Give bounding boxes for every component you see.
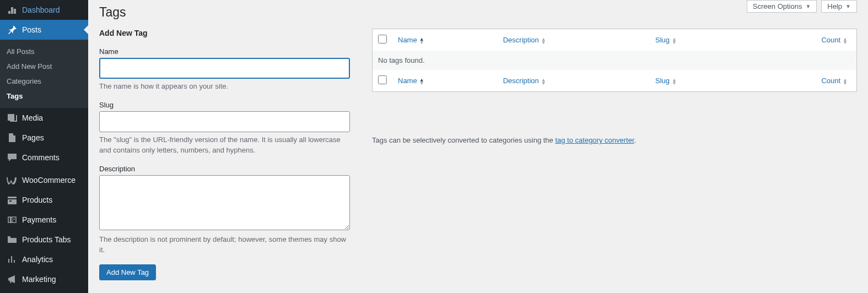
comments-icon [7,152,18,163]
submenu-all-posts[interactable]: All Posts [0,44,88,59]
sidebar-label-woocommerce: WooCommerce [22,176,76,185]
tags-list: Name▲▼ Description▲▼ Slug▲▼ Count▲▼ No t… [372,29,857,280]
col-slug-footer[interactable]: Slug▲▼ [655,77,677,85]
sidebar-item-media[interactable]: Media [0,108,88,128]
col-description-footer[interactable]: Description▲▼ [503,77,546,85]
sidebar-label-products: Products [22,196,52,204]
sidebar-label-marketing: Marketing [22,275,56,284]
table-empty-row: No tags found. [373,51,857,70]
slug-help: The "slug" is the URL-friendly version o… [99,134,350,156]
sidebar-label-products-tabs: Products Tabs [22,235,71,244]
sidebar-label-comments: Comments [22,153,60,162]
chevron-down-icon: ▼ [845,3,851,9]
sidebar-label-pages: Pages [22,133,44,142]
sort-icon: ▲▼ [419,78,424,85]
col-name-header[interactable]: Name▲▼ [398,36,424,44]
sidebar-item-products[interactable]: Products [0,190,88,210]
submenu-add-new-post[interactable]: Add New Post [0,59,88,74]
sort-icon: ▲▼ [843,37,848,44]
page-title: Tags [99,0,857,22]
screen-options-label: Screen Options [753,2,802,10]
help-label: Help [827,2,842,10]
sidebar-item-analytics[interactable]: Analytics [0,249,88,269]
section-title: Add New Tag [99,29,350,37]
sidebar-item-pages[interactable]: Pages [0,128,88,148]
sort-icon: ▲▼ [672,78,677,85]
col-slug-header[interactable]: Slug▲▼ [655,36,677,44]
pin-icon [7,24,18,35]
marketing-icon [7,274,18,285]
col-count-footer[interactable]: Count▲▼ [821,77,848,85]
sidebar-item-comments[interactable]: Comments [0,148,88,167]
submenu-tags[interactable]: Tags [0,89,88,104]
sort-icon: ▲▼ [541,78,546,85]
col-name-footer[interactable]: Name▲▼ [398,77,424,85]
chevron-down-icon: ▼ [805,3,811,9]
analytics-icon [7,254,18,265]
screen-options-button[interactable]: Screen Options ▼ [747,0,817,13]
select-all-checkbox-bottom[interactable] [378,75,387,84]
description-textarea[interactable] [99,175,350,230]
sidebar-item-products-tabs[interactable]: Products Tabs [0,230,88,249]
tags-table: Name▲▼ Description▲▼ Slug▲▼ Count▲▼ No t… [372,29,857,92]
sidebar-label-analytics: Analytics [22,255,53,264]
col-description-header[interactable]: Description▲▼ [503,36,546,44]
products-icon [7,194,18,205]
converter-note: Tags can be selectively converted to cat… [372,136,857,144]
slug-input[interactable] [99,111,350,132]
payments-icon: $ [7,214,18,225]
svg-text:$: $ [10,217,13,223]
add-new-tag-button[interactable]: Add New Tag [99,264,156,280]
sidebar-label-posts: Posts [22,25,41,34]
admin-sidebar: Dashboard Posts All Posts Add New Post C… [0,0,88,293]
sidebar-label-dashboard: Dashboard [22,6,60,14]
submenu-categories[interactable]: Categories [0,74,88,89]
sidebar-item-payments[interactable]: $ Payments [0,210,88,230]
sidebar-item-dashboard[interactable]: Dashboard [0,0,88,20]
empty-message: No tags found. [373,51,857,70]
sidebar-label-media: Media [22,113,43,122]
name-input[interactable] [99,58,350,79]
sort-icon: ▲▼ [843,78,848,85]
media-icon [7,112,18,123]
add-tag-form: Add New Tag Name The name is how it appe… [99,29,350,280]
name-label: Name [99,47,350,56]
sort-icon: ▲▼ [541,37,546,44]
select-all-checkbox-top[interactable] [378,35,387,44]
woocommerce-icon [7,175,18,186]
name-help: The name is how it appears on your site. [99,81,350,92]
sidebar-label-payments: Payments [22,215,56,224]
description-help: The description is not prominent by defa… [99,234,350,256]
sidebar-item-posts[interactable]: Posts [0,20,88,40]
description-label: Description [99,165,350,173]
col-count-header[interactable]: Count▲▼ [821,36,848,44]
slug-label: Slug [99,101,350,109]
dashboard-icon [7,4,18,15]
sidebar-item-woocommerce[interactable]: WooCommerce [0,170,88,190]
help-button[interactable]: Help ▼ [821,0,857,13]
main-content: Screen Options ▼ Help ▼ Tags Add New Tag… [88,0,868,293]
tag-to-category-link[interactable]: tag to category converter [555,136,634,144]
pages-icon [7,132,18,143]
sort-icon: ▲▼ [419,37,424,44]
products-tabs-icon [7,234,18,245]
sidebar-item-marketing[interactable]: Marketing [0,269,88,289]
sort-icon: ▲▼ [672,37,677,44]
posts-submenu: All Posts Add New Post Categories Tags [0,40,88,108]
